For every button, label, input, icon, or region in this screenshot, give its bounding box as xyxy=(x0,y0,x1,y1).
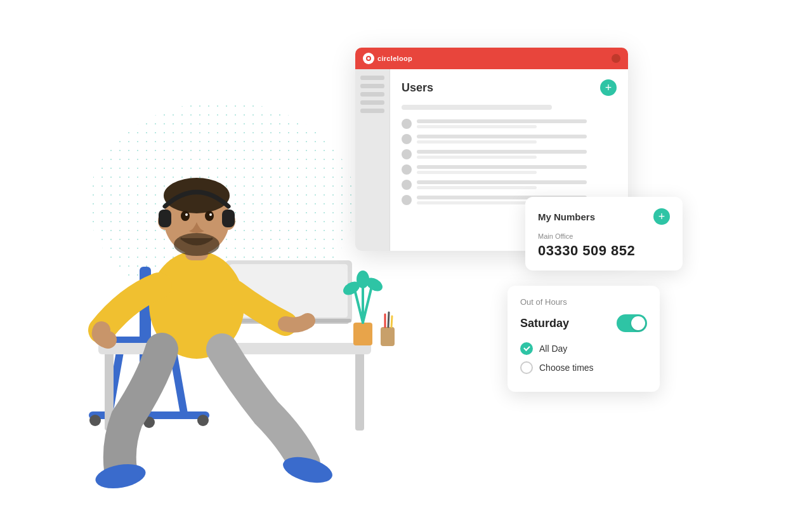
user-list-item xyxy=(402,164,617,175)
office-label: Main Office xyxy=(538,232,670,240)
out-of-hours-card: Out of Hours Saturday All Day Choose tim… xyxy=(508,286,660,392)
user-avatar xyxy=(402,134,412,144)
close-button[interactable] xyxy=(612,54,620,63)
sidebar-line xyxy=(360,100,384,105)
user-info-lines xyxy=(417,119,617,128)
sidebar-line xyxy=(360,109,384,113)
svg-point-42 xyxy=(367,57,370,60)
user-detail-line xyxy=(417,125,537,128)
user-avatar xyxy=(402,149,412,159)
sidebar-line xyxy=(360,76,384,80)
all-day-radio-icon xyxy=(520,342,533,355)
svg-rect-15 xyxy=(353,323,372,345)
svg-point-34 xyxy=(181,211,190,221)
svg-point-36 xyxy=(185,213,188,216)
saturday-toggle[interactable] xyxy=(617,314,647,332)
user-detail-line xyxy=(417,140,537,144)
day-row: Saturday xyxy=(520,314,647,332)
day-label: Saturday xyxy=(520,317,569,330)
user-detail-line xyxy=(417,171,537,174)
user-info-lines xyxy=(417,180,617,189)
users-title: Users xyxy=(402,81,433,95)
user-detail-line xyxy=(417,156,537,159)
user-avatar xyxy=(402,180,412,190)
phone-number: 03330 509 852 xyxy=(538,243,670,259)
search-bar xyxy=(402,105,552,110)
svg-point-5 xyxy=(89,415,101,426)
user-info-lines xyxy=(417,165,617,174)
all-day-option[interactable]: All Day xyxy=(520,342,647,355)
logo-icon xyxy=(363,53,374,64)
sidebar-line xyxy=(360,92,384,97)
titlebar: circleloop xyxy=(355,48,628,69)
app-sidebar xyxy=(355,69,390,251)
svg-rect-9 xyxy=(355,348,364,431)
svg-rect-33 xyxy=(222,210,235,227)
choose-times-label: Choose times xyxy=(539,363,594,373)
svg-point-37 xyxy=(209,213,212,216)
toggle-knob xyxy=(631,316,645,330)
svg-line-25 xyxy=(391,316,392,327)
svg-point-29 xyxy=(164,178,230,213)
my-numbers-title: My Numbers xyxy=(538,211,595,222)
svg-point-39 xyxy=(93,460,147,491)
user-list-item xyxy=(402,119,617,129)
content-header: Users + xyxy=(402,79,617,96)
svg-point-38 xyxy=(174,233,219,256)
app-logo: circleloop xyxy=(363,53,412,64)
svg-point-6 xyxy=(197,415,209,426)
svg-rect-32 xyxy=(159,210,171,227)
user-detail-line xyxy=(417,186,537,189)
user-list-item xyxy=(402,134,617,144)
user-name-line xyxy=(417,150,587,154)
svg-rect-22 xyxy=(381,327,395,346)
all-day-label: All Day xyxy=(539,344,567,354)
user-name-line xyxy=(417,165,587,169)
svg-point-35 xyxy=(205,211,214,221)
user-list-item xyxy=(402,149,617,159)
user-name-line xyxy=(417,180,587,184)
user-avatar xyxy=(402,195,412,205)
sidebar-line xyxy=(360,84,384,88)
add-user-button[interactable]: + xyxy=(600,79,617,96)
user-info-lines xyxy=(417,150,617,159)
logo-text: circleloop xyxy=(377,55,412,62)
my-numbers-header: My Numbers + xyxy=(538,208,670,225)
user-name-line xyxy=(417,135,587,138)
add-number-button[interactable]: + xyxy=(653,208,670,225)
user-avatar xyxy=(402,119,412,129)
svg-line-24 xyxy=(388,312,389,327)
user-name-line xyxy=(417,119,587,123)
svg-point-21 xyxy=(357,271,369,288)
user-list-item xyxy=(402,180,617,190)
user-detail-line xyxy=(417,201,537,204)
out-of-hours-title: Out of Hours xyxy=(520,297,647,307)
user-info-lines xyxy=(417,135,617,144)
my-numbers-card: My Numbers + Main Office 03330 509 852 xyxy=(525,197,683,271)
choose-times-option[interactable]: Choose times xyxy=(520,361,647,374)
user-avatar xyxy=(402,164,412,175)
choose-times-radio-icon xyxy=(520,361,533,374)
